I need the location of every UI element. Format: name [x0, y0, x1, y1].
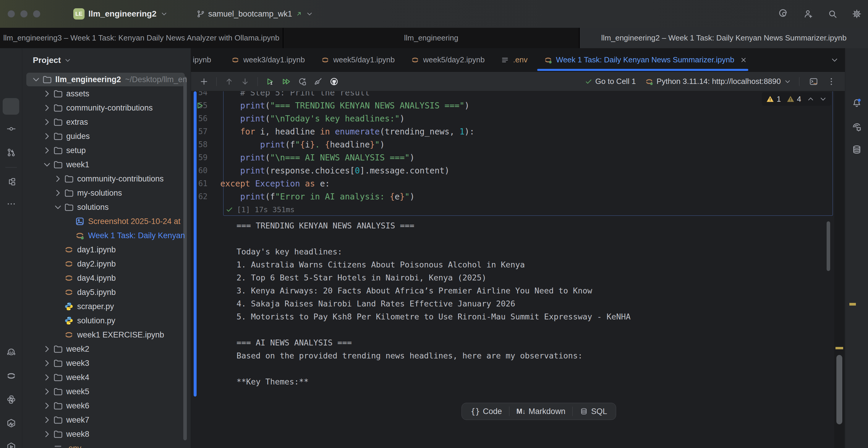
editor-tab-week5-day1-ipynb[interactable]: week5/day1.ipynb — [313, 48, 403, 71]
tree-item-week3[interactable]: week3 — [22, 356, 191, 370]
run-cell-button[interactable] — [264, 75, 277, 88]
chevron-right-icon[interactable] — [42, 103, 52, 113]
editor-scrollbar-thumb[interactable] — [836, 355, 842, 424]
editor-tab-week5-day2-ipynb[interactable]: week5/day2.ipynb — [403, 48, 493, 71]
chevron-down-icon[interactable] — [31, 74, 41, 85]
code-line-60[interactable]: 60 print(response.choices[0].message.con… — [191, 164, 833, 177]
restart-kernel-button[interactable] — [296, 75, 309, 88]
search-icon[interactable] — [827, 8, 838, 19]
warning-icon[interactable] — [766, 95, 774, 103]
tree-item-week7[interactable]: week7 — [22, 413, 191, 427]
tree-item-solution-py[interactable]: solution.py — [22, 314, 191, 328]
code-line-59[interactable]: 59 print("\n=== AI NEWS ANALYSIS ===") — [191, 151, 833, 164]
more-options-button[interactable] — [825, 75, 838, 88]
tree-item-week5[interactable]: week5 — [22, 384, 191, 398]
tree-item-community-contributions[interactable]: community-contributions — [22, 172, 191, 186]
move-cell-up-button[interactable] — [223, 75, 236, 88]
clear-outputs-button[interactable] — [312, 75, 324, 88]
tree-item-week8[interactable]: week8 — [22, 427, 191, 441]
add-cell-button[interactable] — [197, 75, 211, 88]
add-user-icon[interactable] — [803, 8, 814, 19]
output-scrollbar[interactable] — [827, 221, 830, 271]
tree-item-week4[interactable]: week4 — [22, 370, 191, 384]
database-tool-button[interactable] — [845, 144, 868, 155]
editor-tab--env[interactable]: .env — [493, 48, 535, 71]
editor-tab-ipynb[interactable]: ipynb — [191, 48, 223, 71]
next-problem-chevron-down-icon[interactable] — [819, 95, 827, 103]
chevron-down-icon[interactable] — [53, 202, 63, 212]
editor-scrollbar[interactable] — [834, 91, 844, 448]
tree-item-week6[interactable]: week6 — [22, 398, 191, 413]
add-markdown-cell-button[interactable]: M↓Markdown — [509, 403, 572, 420]
chevron-down-icon[interactable] — [42, 160, 52, 170]
code-cell-editor[interactable]: 54 # Step 5: Print the result55 print("=… — [191, 86, 833, 203]
move-cell-down-button[interactable] — [239, 75, 252, 88]
chevron-right-icon[interactable] — [42, 344, 52, 354]
more-tools-button[interactable] — [0, 199, 22, 209]
code-line-56[interactable]: 56 print("\nToday's key headlines:") — [191, 112, 833, 125]
run-all-button[interactable] — [280, 75, 293, 88]
minimize-window-button[interactable] — [21, 10, 28, 18]
add-code-cell-button[interactable]: {}Code — [464, 403, 509, 420]
window-tab-3[interactable]: llm_engineering2 – Week 1 Task: Daily Ke… — [580, 28, 868, 48]
tree-item-day5-ipynb[interactable]: day5.ipynb — [22, 285, 191, 299]
code-line-61[interactable]: 61except Exception as e: — [191, 177, 833, 190]
chevron-right-icon[interactable] — [53, 188, 63, 198]
tree-item-day1-ipynb[interactable]: day1.ipynb — [22, 243, 191, 257]
tree-item-week1[interactable]: week1 — [22, 158, 191, 172]
chevron-right-icon[interactable] — [42, 146, 52, 155]
window-tab-1[interactable]: llm_engineering3 – Week 1 Task: Kenyan D… — [0, 28, 283, 48]
pull-requests-tool-button[interactable] — [0, 148, 22, 158]
huggingface-tool-button[interactable] — [0, 347, 22, 357]
tree-item-week-1-task-daily-kenyan[interactable]: Week 1 Task: Daily Kenyan — [22, 228, 191, 243]
python-console-tool-button[interactable] — [0, 394, 22, 405]
editor-tab-week-1-task-daily-kenyan-news-summarizer-ipynb[interactable]: Week 1 Task: Daily Kenyan News Summarize… — [536, 48, 755, 71]
problems-tool-button[interactable] — [0, 442, 22, 448]
tree-item-scraper-py[interactable]: scraper.py — [22, 299, 191, 314]
code-line-58[interactable]: 58 print(f"{i}. {headline}") — [191, 138, 833, 151]
settings-gear-icon[interactable] — [851, 8, 862, 19]
tree-item-guides[interactable]: guides — [22, 129, 191, 143]
code-line-55[interactable]: 55 print("=== TRENDING KENYAN NEWS ANALY… — [191, 99, 833, 112]
tree-item-week1-exercise-ipynb[interactable]: week1 EXERCISE.ipynb — [22, 328, 191, 342]
project-panel-header[interactable]: Project — [33, 48, 71, 72]
chevron-right-icon[interactable] — [42, 358, 52, 368]
tree-item-my-solutions[interactable]: my-solutions — [22, 186, 191, 200]
commit-tool-button[interactable] — [0, 124, 22, 134]
tab-list-chevron-down-icon[interactable] — [830, 56, 839, 64]
jupyter-console-button[interactable] — [807, 75, 820, 88]
tree-item-screenshot-2025-10-24-at[interactable]: Screenshot 2025-10-24 at — [22, 214, 191, 228]
tree-item-extras[interactable]: extras — [22, 115, 191, 129]
tree-item-day2-ipynb[interactable]: day2.ipynb — [22, 257, 191, 271]
tree-item-week2[interactable]: week2 — [22, 342, 191, 356]
github-button[interactable] — [328, 75, 341, 88]
ai-chat-tool-button[interactable] — [845, 122, 868, 133]
tree-item--env[interactable]: .env — [22, 441, 191, 448]
chevron-right-icon[interactable] — [42, 401, 52, 411]
tree-item-community-contributions[interactable]: community-contributions — [22, 101, 191, 115]
project-tool-button[interactable] — [0, 98, 22, 115]
chevron-right-icon[interactable] — [42, 89, 52, 99]
tree-item-day4-ipynb[interactable]: day4.ipynb — [22, 271, 191, 285]
window-tab-2[interactable]: llm_engineering — [283, 28, 579, 48]
code-line-57[interactable]: 57 for i, headline in enumerate(trending… — [191, 125, 833, 138]
close-window-button[interactable] — [8, 10, 15, 18]
jupyter-tool-button[interactable] — [0, 371, 22, 381]
tree-item-llm-engineering2[interactable]: llm_engineering2~/Desktop/llm_en — [22, 72, 191, 87]
branch-widget[interactable]: samuel_bootcamp_wk1 — [196, 9, 313, 19]
chevron-right-icon[interactable] — [42, 415, 52, 425]
chevron-right-icon[interactable] — [42, 131, 52, 141]
ai-assistant-icon[interactable] — [779, 8, 789, 19]
chevron-right-icon[interactable] — [42, 387, 52, 396]
notifications-button[interactable] — [845, 98, 868, 108]
chevron-right-icon[interactable] — [42, 372, 52, 382]
tree-item-setup[interactable]: setup — [22, 143, 191, 158]
python-packages-tool-button[interactable] — [0, 418, 22, 428]
add-sql-cell-button[interactable]: SQL — [572, 403, 614, 420]
run-line-icon[interactable] — [196, 101, 204, 109]
editor-tab-week3-day1-ipynb[interactable]: week3/day1.ipynb — [223, 48, 313, 71]
tree-scrollbar[interactable] — [183, 76, 187, 440]
project-widget[interactable]: LE llm_engineering2 — [73, 8, 168, 20]
code-line-62[interactable]: 62 print(f"Error in AI analysis: {e}") — [191, 190, 833, 203]
go-to-cell-button[interactable]: Go to Cell 1 — [585, 77, 636, 86]
